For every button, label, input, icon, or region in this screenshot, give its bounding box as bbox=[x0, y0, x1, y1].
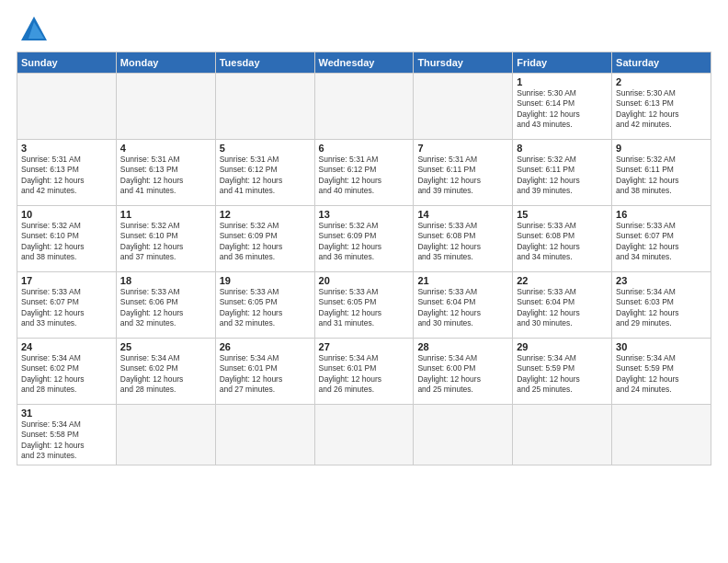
day-info: Sunrise: 5:32 AM Sunset: 6:09 PM Dayligh… bbox=[220, 221, 311, 263]
logo-area bbox=[17, 15, 49, 44]
weekday-header-monday: Monday bbox=[116, 52, 215, 74]
calendar-cell: 16Sunrise: 5:33 AM Sunset: 6:07 PM Dayli… bbox=[612, 206, 711, 272]
day-number: 1 bbox=[517, 76, 608, 87]
day-number: 9 bbox=[616, 143, 707, 154]
weekday-header-row: SundayMondayTuesdayWednesdayThursdayFrid… bbox=[17, 52, 711, 74]
day-number: 8 bbox=[517, 143, 608, 154]
day-info: Sunrise: 5:34 AM Sunset: 5:59 PM Dayligh… bbox=[616, 353, 707, 396]
calendar-cell: 17Sunrise: 5:33 AM Sunset: 6:07 PM Dayli… bbox=[17, 272, 117, 339]
day-info: Sunrise: 5:34 AM Sunset: 6:03 PM Dayligh… bbox=[616, 287, 707, 329]
calendar-cell: 22Sunrise: 5:33 AM Sunset: 6:04 PM Dayli… bbox=[513, 272, 612, 339]
calendar-cell: 26Sunrise: 5:34 AM Sunset: 6:01 PM Dayli… bbox=[215, 339, 314, 405]
week-row-4: 24Sunrise: 5:34 AM Sunset: 6:02 PM Dayli… bbox=[17, 339, 711, 405]
day-number: 2 bbox=[616, 76, 707, 87]
calendar-cell: 20Sunrise: 5:33 AM Sunset: 6:05 PM Dayli… bbox=[314, 272, 414, 339]
day-info: Sunrise: 5:34 AM Sunset: 6:01 PM Dayligh… bbox=[319, 353, 410, 396]
weekday-header-saturday: Saturday bbox=[612, 52, 711, 74]
calendar-cell: 31Sunrise: 5:34 AM Sunset: 5:58 PM Dayli… bbox=[17, 405, 117, 465]
weekday-header-sunday: Sunday bbox=[17, 52, 117, 74]
day-info: Sunrise: 5:32 AM Sunset: 6:10 PM Dayligh… bbox=[120, 221, 211, 263]
day-info: Sunrise: 5:33 AM Sunset: 6:06 PM Dayligh… bbox=[120, 287, 211, 329]
day-number: 13 bbox=[319, 209, 410, 220]
calendar-cell bbox=[116, 74, 215, 140]
weekday-header-friday: Friday bbox=[513, 52, 612, 74]
calendar-cell: 15Sunrise: 5:33 AM Sunset: 6:08 PM Dayli… bbox=[513, 206, 612, 272]
day-info: Sunrise: 5:30 AM Sunset: 6:14 PM Dayligh… bbox=[517, 88, 608, 131]
day-number: 17 bbox=[21, 275, 112, 286]
day-info: Sunrise: 5:32 AM Sunset: 6:11 PM Dayligh… bbox=[517, 155, 608, 197]
calendar-cell: 21Sunrise: 5:33 AM Sunset: 6:04 PM Dayli… bbox=[414, 272, 513, 339]
calendar-cell: 11Sunrise: 5:32 AM Sunset: 6:10 PM Dayli… bbox=[116, 206, 215, 272]
calendar-cell: 28Sunrise: 5:34 AM Sunset: 6:00 PM Dayli… bbox=[414, 339, 513, 405]
day-info: Sunrise: 5:33 AM Sunset: 6:07 PM Dayligh… bbox=[616, 221, 707, 263]
calendar-cell: 25Sunrise: 5:34 AM Sunset: 6:02 PM Dayli… bbox=[116, 339, 215, 405]
day-number: 19 bbox=[220, 275, 311, 286]
day-number: 11 bbox=[120, 209, 211, 220]
calendar-table: SundayMondayTuesdayWednesdayThursdayFrid… bbox=[17, 52, 711, 465]
day-info: Sunrise: 5:33 AM Sunset: 6:05 PM Dayligh… bbox=[220, 287, 311, 329]
calendar-cell: 6Sunrise: 5:31 AM Sunset: 6:12 PM Daylig… bbox=[314, 140, 414, 206]
calendar-cell: 30Sunrise: 5:34 AM Sunset: 5:59 PM Dayli… bbox=[612, 339, 711, 405]
day-info: Sunrise: 5:33 AM Sunset: 6:07 PM Dayligh… bbox=[21, 287, 112, 329]
day-info: Sunrise: 5:32 AM Sunset: 6:09 PM Dayligh… bbox=[319, 221, 410, 263]
day-info: Sunrise: 5:34 AM Sunset: 6:00 PM Dayligh… bbox=[417, 353, 508, 396]
calendar-cell: 18Sunrise: 5:33 AM Sunset: 6:06 PM Dayli… bbox=[116, 272, 215, 339]
calendar-cell: 10Sunrise: 5:32 AM Sunset: 6:10 PM Dayli… bbox=[17, 206, 117, 272]
day-info: Sunrise: 5:34 AM Sunset: 6:02 PM Dayligh… bbox=[120, 353, 211, 396]
calendar-cell: 14Sunrise: 5:33 AM Sunset: 6:08 PM Dayli… bbox=[414, 206, 513, 272]
day-number: 12 bbox=[220, 209, 311, 220]
day-number: 26 bbox=[220, 341, 311, 352]
day-number: 14 bbox=[417, 209, 508, 220]
day-info: Sunrise: 5:31 AM Sunset: 6:12 PM Dayligh… bbox=[319, 155, 410, 197]
calendar-cell: 9Sunrise: 5:32 AM Sunset: 6:11 PM Daylig… bbox=[612, 140, 711, 206]
calendar-cell: 29Sunrise: 5:34 AM Sunset: 5:59 PM Dayli… bbox=[513, 339, 612, 405]
day-info: Sunrise: 5:30 AM Sunset: 6:13 PM Dayligh… bbox=[616, 88, 707, 131]
day-info: Sunrise: 5:32 AM Sunset: 6:11 PM Dayligh… bbox=[616, 155, 707, 197]
calendar-cell bbox=[215, 405, 314, 465]
calendar-cell bbox=[414, 74, 513, 140]
weekday-header-tuesday: Tuesday bbox=[215, 52, 314, 74]
calendar-cell: 24Sunrise: 5:34 AM Sunset: 6:02 PM Dayli… bbox=[17, 339, 117, 405]
day-info: Sunrise: 5:31 AM Sunset: 6:11 PM Dayligh… bbox=[417, 155, 508, 197]
calendar-cell: 23Sunrise: 5:34 AM Sunset: 6:03 PM Dayli… bbox=[612, 272, 711, 339]
calendar-cell: 19Sunrise: 5:33 AM Sunset: 6:05 PM Dayli… bbox=[215, 272, 314, 339]
calendar-cell: 27Sunrise: 5:34 AM Sunset: 6:01 PM Dayli… bbox=[314, 339, 414, 405]
day-number: 15 bbox=[517, 209, 608, 220]
calendar-cell: 12Sunrise: 5:32 AM Sunset: 6:09 PM Dayli… bbox=[215, 206, 314, 272]
calendar-cell bbox=[414, 405, 513, 465]
calendar-cell: 4Sunrise: 5:31 AM Sunset: 6:13 PM Daylig… bbox=[116, 140, 215, 206]
day-info: Sunrise: 5:34 AM Sunset: 5:59 PM Dayligh… bbox=[517, 353, 608, 396]
day-number: 16 bbox=[616, 209, 707, 220]
weekday-header-wednesday: Wednesday bbox=[314, 52, 414, 74]
day-info: Sunrise: 5:31 AM Sunset: 6:13 PM Dayligh… bbox=[120, 155, 211, 197]
day-number: 28 bbox=[417, 341, 508, 352]
calendar-cell: 7Sunrise: 5:31 AM Sunset: 6:11 PM Daylig… bbox=[414, 140, 513, 206]
header bbox=[17, 15, 711, 44]
day-info: Sunrise: 5:32 AM Sunset: 6:10 PM Dayligh… bbox=[21, 221, 112, 263]
week-row-2: 10Sunrise: 5:32 AM Sunset: 6:10 PM Dayli… bbox=[17, 206, 711, 272]
day-info: Sunrise: 5:33 AM Sunset: 6:04 PM Dayligh… bbox=[417, 287, 508, 329]
calendar-cell bbox=[215, 74, 314, 140]
calendar-cell bbox=[116, 405, 215, 465]
day-number: 3 bbox=[21, 143, 112, 154]
week-row-5: 31Sunrise: 5:34 AM Sunset: 5:58 PM Dayli… bbox=[17, 405, 711, 465]
logo bbox=[17, 15, 49, 44]
day-number: 4 bbox=[120, 143, 211, 154]
day-number: 10 bbox=[21, 209, 112, 220]
day-info: Sunrise: 5:31 AM Sunset: 6:12 PM Dayligh… bbox=[220, 155, 311, 197]
day-number: 31 bbox=[21, 408, 112, 419]
day-number: 25 bbox=[120, 341, 211, 352]
day-info: Sunrise: 5:31 AM Sunset: 6:13 PM Dayligh… bbox=[21, 155, 112, 197]
day-number: 22 bbox=[517, 275, 608, 286]
day-info: Sunrise: 5:33 AM Sunset: 6:08 PM Dayligh… bbox=[517, 221, 608, 263]
calendar-cell: 13Sunrise: 5:32 AM Sunset: 6:09 PM Dayli… bbox=[314, 206, 414, 272]
page: SundayMondayTuesdayWednesdayThursdayFrid… bbox=[0, 0, 728, 563]
week-row-1: 3Sunrise: 5:31 AM Sunset: 6:13 PM Daylig… bbox=[17, 140, 711, 206]
calendar-cell bbox=[314, 405, 414, 465]
day-info: Sunrise: 5:33 AM Sunset: 6:04 PM Dayligh… bbox=[517, 287, 608, 329]
logo-icon bbox=[19, 15, 49, 44]
day-number: 21 bbox=[417, 275, 508, 286]
calendar-cell bbox=[314, 74, 414, 140]
calendar-cell: 8Sunrise: 5:32 AM Sunset: 6:11 PM Daylig… bbox=[513, 140, 612, 206]
day-number: 20 bbox=[319, 275, 410, 286]
